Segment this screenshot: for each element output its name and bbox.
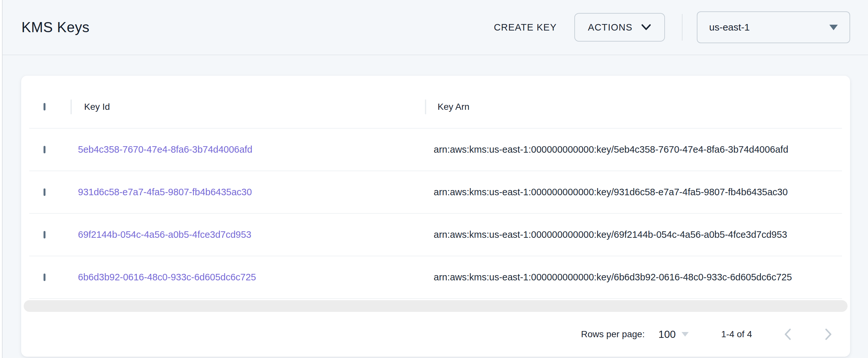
key-arn-text: arn:aws:kms:us-east-1:000000000000:key/9… xyxy=(434,187,842,198)
region-select-value: us-east-1 xyxy=(709,22,750,33)
key-id-link[interactable]: 931d6c58-e7a7-4fa5-9807-fb4b6435ac30 xyxy=(78,187,434,198)
header-vertical-divider xyxy=(682,14,683,40)
table-row: 5eb4c358-7670-47e4-8fa6-3b74d4006afd arn… xyxy=(29,129,842,171)
key-id-link[interactable]: 69f2144b-054c-4a56-a0b5-4fce3d7cd953 xyxy=(78,229,434,240)
rows-per-page-label: Rows per page: xyxy=(581,329,645,339)
row-checkbox[interactable] xyxy=(43,188,45,196)
next-page-button[interactable] xyxy=(824,327,833,342)
column-resize-handle[interactable] xyxy=(425,99,426,114)
table-row: 69f2144b-054c-4a56-a0b5-4fce3d7cd953 arn… xyxy=(29,214,842,256)
column-header-key-arn[interactable]: Key Arn xyxy=(434,102,842,112)
column-header-key-id[interactable]: Key Id xyxy=(78,102,434,112)
chevron-left-icon xyxy=(783,327,793,342)
key-arn-text: arn:aws:kms:us-east-1:000000000000:key/6… xyxy=(434,229,842,240)
previous-page-button[interactable] xyxy=(783,327,793,342)
row-checkbox[interactable] xyxy=(43,231,45,238)
row-checkbox-cell xyxy=(29,189,78,195)
header-actions: CREATE KEY ACTIONS us-east-1 xyxy=(491,11,868,43)
page-header: KMS Keys CREATE KEY ACTIONS us-east-1 xyxy=(3,0,868,55)
key-id-link[interactable]: 5eb4c358-7670-47e4-8fa6-3b74d4006afd xyxy=(78,144,434,155)
key-arn-text: arn:aws:kms:us-east-1:000000000000:key/5… xyxy=(434,144,842,155)
chevron-right-icon xyxy=(824,327,833,342)
pagination-bar: Rows per page: 100 1-4 of 4 xyxy=(21,312,850,357)
actions-button[interactable]: ACTIONS xyxy=(574,13,665,41)
page-title: KMS Keys xyxy=(22,19,89,35)
key-id-link[interactable]: 6b6d3b92-0616-48c0-933c-6d605dc6c725 xyxy=(78,272,434,282)
actions-button-label: ACTIONS xyxy=(588,22,632,33)
region-select[interactable]: us-east-1 xyxy=(697,11,850,43)
table-header-row: Key Id Key Arn xyxy=(29,76,842,129)
select-all-checkbox[interactable] xyxy=(43,103,45,111)
rows-per-page-value: 100 xyxy=(658,328,676,340)
table-row: 6b6d3b92-0616-48c0-933c-6d605dc6c725 arn… xyxy=(29,256,842,299)
row-checkbox-cell xyxy=(29,147,78,153)
left-panel-edge xyxy=(0,0,3,358)
row-checkbox[interactable] xyxy=(43,146,45,153)
row-checkbox-cell xyxy=(29,232,78,238)
table-row: 931d6c58-e7a7-4fa5-9807-fb4b6435ac30 arn… xyxy=(29,171,842,214)
dropdown-arrow-icon xyxy=(682,332,689,336)
chevron-down-icon xyxy=(641,24,651,31)
row-checkbox-cell xyxy=(29,274,78,280)
dropdown-arrow-icon xyxy=(829,25,838,30)
key-arn-text: arn:aws:kms:us-east-1:000000000000:key/6… xyxy=(434,272,842,282)
horizontal-scrollbar[interactable] xyxy=(24,300,847,312)
page-range-label: 1-4 of 4 xyxy=(721,329,752,339)
column-resize-handle[interactable] xyxy=(70,99,72,114)
row-checkbox[interactable] xyxy=(43,273,45,281)
kms-keys-card: Key Id Key Arn 5eb4c358-7670-47e4-8fa6-3… xyxy=(21,76,850,357)
rows-per-page-select[interactable]: 100 xyxy=(658,328,689,340)
table-body: 5eb4c358-7670-47e4-8fa6-3b74d4006afd arn… xyxy=(21,129,850,299)
create-key-button[interactable]: CREATE KEY xyxy=(491,16,560,39)
